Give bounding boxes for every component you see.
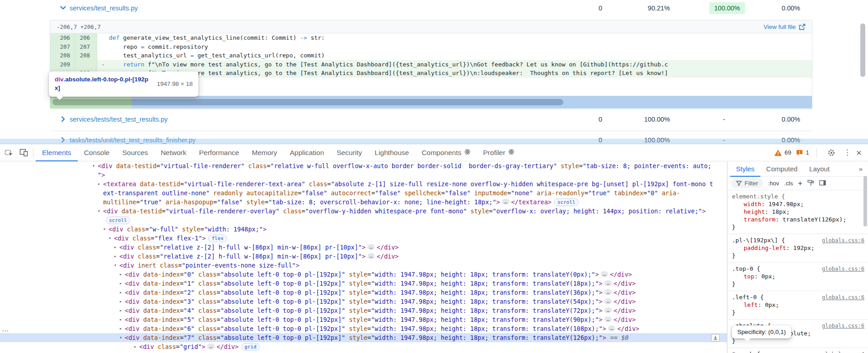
expander-collapsed-icon[interactable]: ▸ [112, 243, 118, 252]
element-classes-button[interactable]: .cls [784, 180, 793, 187]
devtools-tab-security[interactable]: Security [330, 144, 368, 161]
close-icon[interactable]: × [856, 148, 862, 157]
stylesheet-link[interactable]: globals.css:6 [822, 294, 864, 301]
dom-tree-node[interactable]: ▸<div class="grid">…</div>grid [0, 342, 727, 351]
css-property[interactable]: height: 18px; [732, 208, 863, 216]
expander-expanded-icon[interactable]: ▾ [90, 161, 97, 170]
inline-expand-button[interactable]: … [368, 244, 375, 250]
expander-collapsed-icon[interactable]: ▸ [118, 324, 124, 333]
badge-scroll[interactable]: scroll [106, 217, 130, 224]
inline-expand-button[interactable]: … [604, 307, 612, 313]
stylesheet-link[interactable]: globals.css:6 [822, 265, 864, 273]
css-property[interactable]: top: 0px; [732, 273, 863, 280]
dom-tree-node[interactable]: ▸<div data-index="2" class="absolute lef… [0, 288, 727, 297]
inline-expand-button[interactable]: … [608, 325, 616, 331]
expander-collapsed-icon[interactable]: ▸ [118, 297, 124, 306]
expander-collapsed-icon[interactable]: ▸ [118, 279, 124, 288]
expander-collapsed-icon[interactable]: ▸ [118, 270, 124, 279]
dom-tree-node[interactable]: ▸<div data-index="4" class="absolute lef… [0, 306, 727, 315]
inline-expand-button[interactable]: … [604, 298, 612, 304]
dom-tree-node[interactable]: ▸<div class="relative z-[2] h-full w-[86… [0, 252, 727, 261]
badge-flex[interactable]: flex [208, 235, 227, 242]
styles-tab-styles[interactable]: Styles [730, 161, 760, 177]
devtools-tab-sources[interactable]: Sources [116, 144, 155, 161]
toggle-element-state-button[interactable]: :hov [768, 180, 779, 187]
expander-collapsed-icon[interactable]: ▸ [118, 288, 124, 297]
diff-code-row[interactable]: 209- return f"\nTo view more test analyt… [50, 60, 812, 69]
dom-tree-node[interactable]: ▸<div data-index="0" class="absolute lef… [0, 270, 727, 279]
expander-collapsed-icon[interactable]: ▸ [118, 315, 124, 324]
diff-code-row[interactable]: 207207 repo = commit.repository [50, 42, 812, 52]
dom-tree-node[interactable]: ▾<div data-testid="virtual-file-renderer… [0, 207, 727, 225]
devtools-tab-profiler[interactable]: Profiler [477, 144, 521, 161]
devtools-tab-elements[interactable]: Elements [36, 144, 78, 161]
scroll-into-view-button[interactable] [711, 334, 720, 342]
badge-scroll[interactable]: scroll [554, 198, 579, 206]
inline-expand-button[interactable]: … [604, 316, 612, 322]
expander-expanded-icon[interactable]: ▾ [112, 261, 118, 270]
dom-tree-node[interactable]: ▸<div data-index="5" class="absolute lef… [0, 315, 727, 324]
inspect-icon[interactable] [2, 146, 16, 160]
page-scrollbar-thumb[interactable] [860, 24, 865, 77]
expander-collapsed-icon[interactable]: ▸ [112, 252, 118, 261]
devtools-tab-application[interactable]: Application [283, 144, 330, 161]
expander-collapsed-icon[interactable]: ▸ [132, 342, 138, 351]
devtools-tab-console[interactable]: Console [78, 144, 116, 161]
stylesheet-link[interactable]: globals.css:4 [822, 351, 864, 353]
chevron-right-icon[interactable] [60, 116, 67, 123]
expander-expanded-icon[interactable]: ▾ [96, 207, 102, 216]
styles-scrollbar-thumb[interactable] [863, 176, 867, 226]
devtools-tab-components[interactable]: Components [415, 144, 477, 161]
expander-expanded-icon[interactable]: ▾ [101, 225, 108, 234]
expander-expanded-icon[interactable]: ▾ [107, 234, 113, 243]
devtools-tab-performance[interactable]: Performance [193, 144, 245, 161]
css-property[interactable]: width: 1947.98px; [732, 200, 863, 208]
file-row[interactable]: services/tests/test_test_results.py0100.… [0, 111, 868, 127]
dom-tree-node[interactable]: ▾<div class="flex flex-1">flex [0, 234, 727, 243]
dom-tree-node[interactable]: ▸<textarea data-testid="virtual-file-ren… [0, 179, 727, 207]
more-tabs-icon[interactable]: » [859, 165, 868, 173]
diff-code-row[interactable]: 206206def generate_view_test_analytics_l… [50, 33, 812, 42]
css-property[interactable]: transform: translateY(126px); [732, 216, 863, 223]
devtools-tab-lighthouse[interactable]: Lighthouse [368, 144, 415, 161]
dom-tree-node[interactable]: ▸<div class="relative z-[2] h-full w-[86… [0, 243, 727, 252]
issues-icon[interactable] [796, 150, 803, 155]
view-full-file-link[interactable]: View full file [764, 24, 806, 30]
devtools-tab-memory[interactable]: Memory [245, 144, 283, 161]
stylesheet-link[interactable]: globals.css:6 [822, 322, 864, 330]
filter-input[interactable]: Filter [731, 179, 763, 188]
dom-tree-node[interactable]: ▾<div class="w-full" style="width: 1948p… [0, 225, 727, 234]
devtools-tab-network[interactable]: Network [154, 144, 193, 161]
device-toolbar-icon[interactable] [16, 146, 31, 160]
sidebar-toggle-icon[interactable] [819, 179, 826, 188]
inline-expand-button[interactable]: … [604, 280, 612, 286]
warning-icon[interactable] [774, 150, 782, 156]
styles-tab-layout[interactable]: Layout [803, 161, 835, 177]
inline-expand-button[interactable]: … [368, 253, 375, 259]
settings-gear-icon[interactable] [824, 146, 839, 160]
new-style-rule-button[interactable]: + [798, 179, 802, 188]
inline-expand-button[interactable]: … [604, 289, 612, 295]
rule-selector[interactable]: element.style { [732, 193, 863, 200]
badge-grid[interactable]: grid [241, 343, 260, 351]
inline-expand-button[interactable]: … [207, 344, 215, 349]
dom-tree-node[interactable]: ▸<div data-index="3" class="absolute lef… [0, 297, 727, 306]
dom-tree-node[interactable]: ▸<div data-index="6" class="absolute lef… [0, 324, 727, 333]
css-property[interactable]: left: 0px; [732, 301, 863, 309]
inline-expand-button[interactable]: … [502, 199, 509, 205]
dom-tree-node[interactable]: ▾<div data-index="7" class="absolute lef… [0, 333, 727, 342]
expander-collapsed-icon[interactable]: ▸ [118, 306, 124, 315]
expander-collapsed-icon[interactable]: ▸ [96, 179, 102, 188]
stylesheet-link[interactable]: globals.css:6 [822, 237, 864, 245]
file-link[interactable]: services/tests/test_test_results.py [70, 116, 168, 123]
paint-roller-icon[interactable] [807, 179, 814, 188]
dom-tree-node[interactable]: ▾<div inert class="pointer-events-none s… [0, 261, 727, 270]
file-row[interactable]: services/test_results.py090.21%100.00%0.… [0, 0, 868, 16]
chevron-down-icon[interactable] [60, 5, 67, 12]
dom-tree-node[interactable]: ▾<div data-testid="virtual-file-renderer… [0, 161, 727, 179]
kebab-menu-icon[interactable]: ⋮ [844, 148, 851, 157]
inline-expand-button[interactable]: … [601, 271, 609, 277]
dom-tree-node[interactable]: </div> [0, 351, 727, 353]
dom-tree-node[interactable]: ▸<div data-index="1" class="absolute lef… [0, 279, 727, 288]
file-link[interactable]: services/test_results.py [70, 5, 138, 12]
